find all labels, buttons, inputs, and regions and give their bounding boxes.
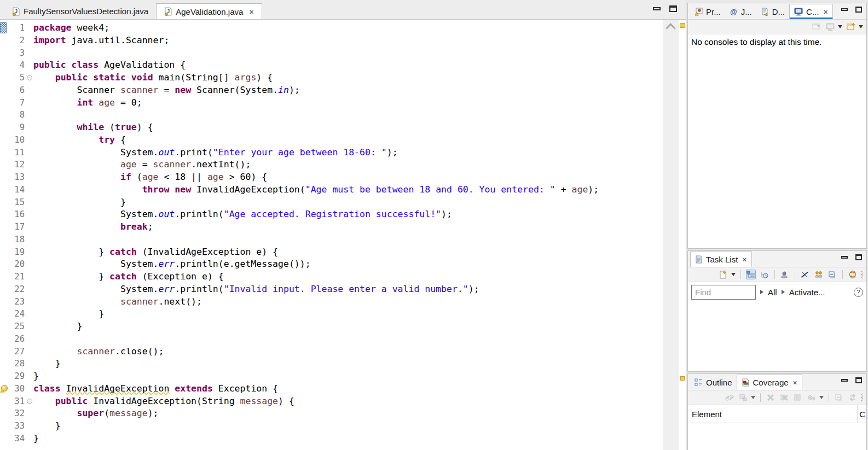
code-lines[interactable]: 1package week4;2import java.util.Scanner… bbox=[0, 20, 663, 450]
line-number[interactable]: 18 bbox=[8, 233, 26, 246]
code-line[interactable]: 3 bbox=[0, 47, 663, 60]
code-line[interactable]: 24 } bbox=[0, 308, 663, 320]
code-text[interactable]: while (true) { bbox=[33, 121, 153, 134]
view-menu-icon[interactable] bbox=[861, 271, 864, 279]
warning-lightbulb-icon[interactable] bbox=[0, 385, 7, 393]
code-text[interactable]: } bbox=[33, 370, 39, 383]
code-line[interactable]: 27 scanner.close(); bbox=[0, 346, 663, 358]
line-number[interactable]: 7 bbox=[8, 97, 26, 109]
maximize-icon[interactable] bbox=[855, 7, 862, 13]
people-filter-icon[interactable] bbox=[814, 270, 824, 279]
code-line[interactable]: 12 age = scanner.nextInt(); bbox=[0, 159, 663, 171]
line-number[interactable]: 22 bbox=[8, 283, 26, 296]
code-line[interactable]: 4public class AgeValidation { bbox=[0, 59, 663, 72]
fold-collapse-icon[interactable] bbox=[27, 75, 32, 80]
line-number[interactable]: 11 bbox=[8, 147, 26, 159]
code-text[interactable]: class InvalidAgeException extends Except… bbox=[33, 383, 278, 395]
line-number[interactable]: 19 bbox=[8, 246, 26, 259]
code-text[interactable]: age = scanner.nextInt(); bbox=[33, 159, 251, 171]
code-text[interactable]: System.err.println(e.getMessage()); bbox=[33, 258, 311, 271]
editor-vertical-scrollbar[interactable] bbox=[663, 20, 679, 450]
column-header-coverage[interactable]: C bbox=[859, 410, 865, 419]
code-text[interactable]: } catch (Exception e) { bbox=[33, 271, 224, 283]
line-number[interactable]: 4 bbox=[8, 59, 26, 72]
settings-icon[interactable] bbox=[807, 393, 817, 402]
overview-warning-marker[interactable] bbox=[680, 23, 685, 28]
maximize-icon[interactable] bbox=[855, 254, 862, 260]
overview-ruler[interactable] bbox=[679, 20, 686, 450]
code-line[interactable]: 20 System.err.println(e.getMessage()); bbox=[0, 258, 663, 271]
line-number[interactable]: 20 bbox=[8, 258, 26, 271]
tab-outline[interactable]: Outline bbox=[690, 375, 737, 390]
code-line[interactable]: 19 } catch (InvalidAgeException e) { bbox=[0, 246, 663, 259]
code-line[interactable]: 29} bbox=[0, 370, 663, 383]
code-line[interactable]: 21 } catch (Exception e) { bbox=[0, 271, 663, 283]
code-text[interactable]: } bbox=[33, 308, 104, 320]
line-number[interactable]: 1 bbox=[8, 22, 26, 34]
columns-icon[interactable] bbox=[793, 393, 803, 402]
dropdown-arrow-icon[interactable] bbox=[751, 396, 755, 399]
code-line[interactable]: 8 bbox=[0, 109, 663, 121]
code-text[interactable]: } catch (InvalidAgeException e) { bbox=[33, 246, 278, 259]
code-line[interactable]: 33 } bbox=[0, 420, 663, 433]
remove-all-sessions-icon[interactable] bbox=[779, 393, 789, 402]
code-text[interactable]: System.out.print("Enter your age between… bbox=[33, 147, 398, 159]
line-number[interactable]: 5 bbox=[8, 72, 26, 84]
line-number[interactable]: 14 bbox=[8, 184, 26, 196]
code-text[interactable]: import java.util.Scanner; bbox=[33, 34, 169, 47]
fold-collapse-icon[interactable] bbox=[27, 399, 32, 404]
code-line[interactable]: 18 bbox=[0, 233, 663, 246]
line-number[interactable]: 26 bbox=[8, 333, 26, 346]
code-line[interactable]: 23 scanner.next(); bbox=[0, 296, 663, 308]
maximize-icon[interactable] bbox=[855, 377, 862, 383]
code-line[interactable]: 16 System.out.println("Age accepted. Reg… bbox=[0, 208, 663, 221]
code-line[interactable]: 6 Scanner scanner = new Scanner(System.i… bbox=[0, 84, 663, 97]
code-line[interactable]: 17 break; bbox=[0, 221, 663, 233]
tab-task-list[interactable]: Task List × bbox=[690, 252, 752, 267]
person-icon[interactable] bbox=[780, 270, 790, 279]
relaunch-session-icon[interactable] bbox=[848, 393, 858, 402]
tab-console[interactable]: C... × bbox=[789, 4, 833, 19]
remove-session-icon[interactable] bbox=[766, 393, 776, 402]
line-number[interactable]: 10 bbox=[8, 134, 26, 147]
code-line[interactable]: 10 try { bbox=[0, 134, 663, 147]
code-line[interactable]: 31 public InvalidAgeException(String mes… bbox=[0, 395, 663, 408]
find-input[interactable] bbox=[691, 285, 756, 300]
hide-completed-icon[interactable] bbox=[800, 270, 810, 279]
code-line[interactable]: 2import java.util.Scanner; bbox=[0, 34, 663, 47]
line-number[interactable]: 9 bbox=[8, 121, 26, 134]
code-text[interactable]: throw new InvalidAgeException("Age must … bbox=[33, 184, 599, 196]
line-number[interactable]: 13 bbox=[8, 171, 26, 184]
view-menu-icon[interactable] bbox=[861, 394, 864, 402]
minimize-icon[interactable] bbox=[841, 379, 848, 382]
minimize-icon[interactable] bbox=[653, 7, 661, 10]
line-number[interactable]: 28 bbox=[8, 358, 26, 370]
line-number[interactable]: 32 bbox=[8, 407, 26, 420]
code-text[interactable]: package week4; bbox=[33, 22, 109, 34]
line-number[interactable]: 15 bbox=[8, 196, 26, 209]
categorized-icon[interactable] bbox=[746, 270, 756, 279]
code-line[interactable]: 34} bbox=[0, 433, 663, 445]
editor-tab-faultysensorvaluesdetection[interactable]: J FaultySensorValuesDetection.java bbox=[4, 3, 156, 19]
synchronize-icon[interactable] bbox=[848, 270, 858, 279]
code-line[interactable]: 13 if (age < 18 || age > 60) { bbox=[0, 171, 663, 184]
dropdown-arrow-icon[interactable] bbox=[859, 25, 863, 28]
code-line[interactable]: 15 } bbox=[0, 196, 663, 209]
scheduled-icon[interactable] bbox=[760, 270, 769, 279]
line-number[interactable]: 31 bbox=[8, 395, 26, 408]
code-line[interactable]: 9 while (true) { bbox=[0, 121, 663, 134]
code-text[interactable]: super(message); bbox=[33, 407, 159, 420]
code-line[interactable]: 5 public static void main(String[] args)… bbox=[0, 72, 663, 84]
overview-warning-marker[interactable] bbox=[680, 376, 685, 381]
close-icon[interactable]: × bbox=[823, 8, 828, 16]
dropdown-arrow-icon[interactable] bbox=[838, 25, 842, 28]
tab-coverage[interactable]: Coverage × bbox=[737, 375, 802, 390]
column-header-element[interactable]: Element bbox=[688, 410, 722, 419]
line-number[interactable]: 23 bbox=[8, 296, 26, 308]
code-text[interactable]: scanner.close(); bbox=[33, 346, 164, 358]
code-line[interactable]: 28 } bbox=[0, 358, 663, 370]
collapse-all-icon[interactable] bbox=[834, 393, 844, 402]
scope-all-button[interactable]: All bbox=[768, 288, 777, 297]
code-line[interactable]: 1package week4; bbox=[0, 22, 663, 34]
new-task-icon[interactable] bbox=[719, 270, 728, 279]
